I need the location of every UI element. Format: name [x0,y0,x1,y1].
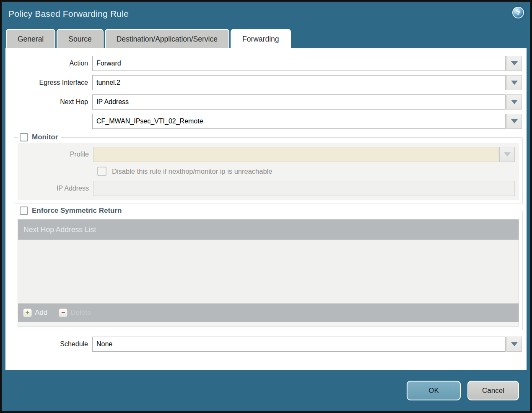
monitor-section: Monitor Profile Disable this rule if nex… [14,133,523,204]
dialog-title-bar: Policy Based Forwarding Rule ? [2,2,530,29]
tab-label: Destination/Application/Service [117,35,218,44]
action-value: Forward [96,60,121,67]
disable-rule-row: Disable this rule if nexthop/monitor ip … [97,167,519,176]
action-row: Action Forward [10,56,522,71]
next-hop-value: IP Address [96,98,129,106]
table-scroll-strip [18,322,519,326]
add-icon: + [23,308,32,317]
action-select[interactable]: Forward [92,56,506,71]
delete-icon: − [59,308,67,317]
add-button-label: Add [35,308,47,317]
next-hop-address-list-header: Next Hop Address List [18,220,519,240]
next-hop-address-list-body [18,240,519,303]
enforce-symmetric-return-legend: Enforce Symmetric Return [18,206,125,215]
monitor-ip-address-label: IP Address [18,185,93,192]
next-hop-address-select[interactable]: CF_MWAN_IPsec_VTI_02_Remote [92,114,506,129]
tab-label: Forwarding [242,35,279,44]
next-hop-address-list-header-label: Next Hop Address List [23,225,96,234]
next-hop-address-dropdown-button[interactable] [506,114,522,129]
chevron-down-icon [504,152,511,157]
delete-button: − Delete [59,308,91,317]
egress-interface-row: Egress Interface tunnel.2 [10,75,522,90]
tab-destination-application-service[interactable]: Destination/Application/Service [105,29,229,48]
profile-label: Profile [18,151,93,158]
monitor-panel: Profile Disable this rule if nexthop/mon… [18,143,519,200]
schedule-label: Schedule [10,340,92,348]
monitor-ip-address-row: IP Address [18,181,519,196]
schedule-row: Schedule None [10,337,522,352]
disable-rule-label: Disable this rule if nexthop/monitor ip … [112,167,272,175]
enforce-symmetric-return-legend-label: Enforce Symmetric Return [32,206,122,215]
egress-interface-dropdown-button[interactable] [506,75,522,90]
enforce-symmetric-return-checkbox[interactable] [20,206,28,215]
delete-button-label: Delete [70,308,91,317]
action-dropdown-button[interactable] [506,56,522,71]
disable-rule-checkbox [97,167,106,176]
dialog-title: Policy Based Forwarding Rule [8,9,524,19]
next-hop-label: Next Hop [10,98,92,106]
tab-forwarding[interactable]: Forwarding [231,29,291,48]
egress-interface-value: tunnel.2 [96,79,120,86]
tab-general[interactable]: General [6,29,55,48]
action-label: Action [10,60,92,67]
monitor-legend: Monitor [18,133,61,141]
chevron-down-icon [511,81,518,85]
profile-dropdown-button [499,147,515,162]
tab-label: General [18,35,44,44]
next-hop-address-list-footer: + Add − Delete [18,303,519,322]
policy-based-forwarding-dialog: Policy Based Forwarding Rule ? General S… [0,0,532,413]
monitor-checkbox[interactable] [20,133,28,141]
monitor-legend-label: Monitor [32,133,58,141]
add-button[interactable]: + Add [23,308,47,317]
next-hop-address-list-table: Next Hop Address List + Add − Delete [18,219,519,327]
ok-button-label: OK [428,387,439,395]
chevron-down-icon [511,100,518,104]
help-icon: ? [516,9,520,16]
schedule-select[interactable]: None [92,337,506,352]
next-hop-dropdown-button[interactable] [506,94,522,110]
next-hop-row: Next Hop IP Address [10,94,522,110]
help-button[interactable]: ? [512,7,524,18]
chevron-down-icon [511,342,518,346]
chevron-down-icon [511,61,518,65]
dialog-action-bar: OK Cancel [2,370,530,411]
egress-interface-select[interactable]: tunnel.2 [92,75,506,90]
cancel-button-label: Cancel [482,387,504,395]
schedule-dropdown-button[interactable] [506,337,522,352]
next-hop-select[interactable]: IP Address [92,94,506,110]
next-hop-address-row: CF_MWAN_IPsec_VTI_02_Remote [10,114,522,129]
cancel-button[interactable]: Cancel [467,381,519,400]
profile-row: Profile [18,147,519,162]
ok-button[interactable]: OK [407,381,461,400]
chevron-down-icon [511,119,518,123]
monitor-ip-address-input [93,181,515,196]
enforce-symmetric-return-section: Enforce Symmetric Return Next Hop Addres… [14,206,523,330]
profile-select [93,147,498,162]
next-hop-address-value: CF_MWAN_IPsec_VTI_02_Remote [96,118,203,125]
tab-bar: General Source Destination/Application/S… [2,29,530,48]
egress-interface-label: Egress Interface [10,79,92,86]
tab-source[interactable]: Source [57,29,103,48]
forwarding-tab-panel: Action Forward Egress Interface tunnel.2… [5,48,527,370]
schedule-value: None [96,340,112,348]
tab-label: Source [68,35,91,44]
